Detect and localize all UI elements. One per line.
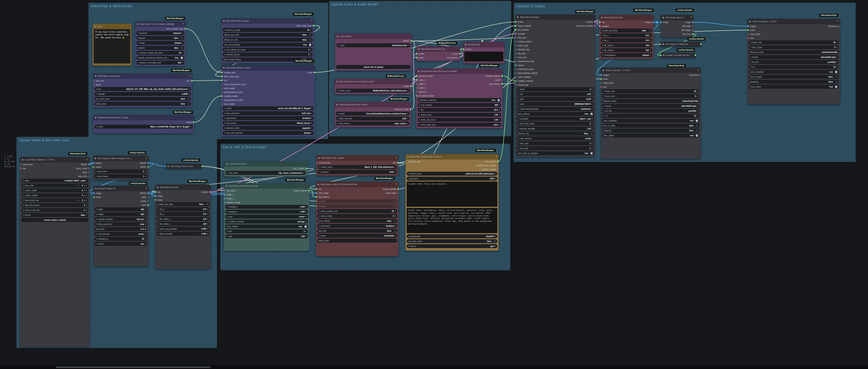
left-arrow-icon[interactable]: ◀ [518, 143, 519, 144]
widget-pingpong[interactable]: pingpongfalse [602, 129, 700, 132]
widget-combine-embeds[interactable]: ◀combine_embedsaverage▶ [225, 220, 308, 223]
left-arrow-icon[interactable]: ◀ [96, 209, 97, 210]
node-header[interactable]: Video Combine🎥ⓋⒽⓈ? [748, 19, 840, 24]
node-header[interactable]: Mel-Band RoFormer Sa... [416, 46, 460, 52]
right-arrow-icon[interactable]: ▶ [495, 178, 496, 179]
output-samples[interactable]: samples [586, 20, 595, 24]
left-arrow-icon[interactable]: ◀ [419, 114, 420, 116]
widget-num-frames[interactable]: ◀num_frames1▶ [94, 174, 148, 178]
widget-multi-audio-type[interactable]: ◀multi_audio_typepara▶ [417, 123, 501, 127]
right-arrow-icon[interactable]: ▶ [499, 114, 500, 116]
port-dot-icon[interactable] [594, 21, 596, 23]
right-arrow-icon[interactable]: ▶ [306, 221, 307, 222]
right-arrow-icon[interactable]: ▶ [592, 143, 593, 144]
toggle-icon[interactable] [695, 124, 698, 127]
input-mask[interactable]: mask [93, 195, 101, 199]
widget-tile-stride-y[interactable]: ◀tile_stride_y128▶ [156, 222, 210, 226]
node-graph-canvas[interactable]: InfiniteTalk & WAN ModelUpload Audio & A… [0, 0, 868, 369]
input-context-options[interactable]: context_options [515, 39, 532, 43]
widget-steps[interactable]: ◀steps4▶ [517, 87, 594, 91]
collapse-dot-icon[interactable] [94, 26, 96, 27]
output-832-height[interactable]: 832 height [681, 28, 693, 32]
left-arrow-icon[interactable]: ◀ [518, 123, 519, 124]
port-dot-icon[interactable] [88, 167, 90, 170]
right-arrow-icon[interactable]: ▶ [592, 148, 593, 149]
input-vae[interactable]: vae [316, 187, 321, 191]
left-arrow-icon[interactable]: ◀ [750, 56, 751, 58]
port-dot-icon[interactable] [747, 25, 749, 27]
widget-rope-function[interactable]: ◀rope_functioncomfy▶ [517, 136, 594, 141]
port-dot-icon[interactable] [410, 109, 411, 110]
left-arrow-icon[interactable]: ◀ [518, 98, 519, 100]
widget-vace-blocks-to-swap[interactable]: ◀vace_blocks_to_swap0▶ [223, 48, 313, 52]
left-arrow-icon[interactable]: ◀ [96, 213, 97, 215]
right-arrow-icon[interactable]: ▶ [311, 113, 312, 114]
widget-video[interactable]: ◀videoComfyUI_00417_.mp4▶ [21, 179, 88, 183]
left-arrow-icon[interactable]: ◀ [408, 178, 409, 179]
left-arrow-icon[interactable]: ◀ [158, 218, 159, 220]
widget-filename-prefix[interactable]: filename_prefixvideo/InfiniteTalk [602, 99, 700, 103]
widget-latent-strength[interactable]: ◀latent_strength1.000▶ [156, 232, 210, 236]
port-dot-icon[interactable] [397, 192, 399, 194]
node-header[interactable]: WanVideo Sampler [515, 14, 595, 20]
widget-trim-to-audio[interactable]: trim_to_audiofalse [602, 124, 700, 128]
port-dot-icon[interactable] [155, 199, 156, 201]
collapse-dot-icon[interactable] [602, 69, 604, 71]
input-mask[interactable]: mask [155, 198, 162, 202]
widget-save-output[interactable]: save_outputtrue [602, 133, 700, 137]
right-arrow-icon[interactable]: ▶ [495, 245, 496, 247]
right-arrow-icon[interactable]: ▶ [145, 223, 146, 225]
collapse-dot-icon[interactable] [465, 44, 466, 45]
left-arrow-icon[interactable]: ◀ [603, 90, 604, 92]
input-extra-model[interactable]: extra_model [221, 86, 235, 90]
left-arrow-icon[interactable]: ◀ [158, 223, 159, 225]
output-video-info[interactable]: video_info [78, 174, 90, 178]
right-arrow-icon[interactable]: ▶ [395, 235, 396, 237]
input-text-embeds[interactable]: text_embeds [515, 28, 529, 32]
right-arrow-icon[interactable]: ▶ [145, 171, 146, 172]
input-start-image[interactable]: start_image [316, 191, 329, 195]
widget-save-output[interactable]: save_outputtrue [749, 85, 839, 89]
left-arrow-icon[interactable]: ◀ [96, 126, 97, 127]
node-header[interactable]: Get Image Size & Cou [165, 164, 203, 168]
widget-blocks-to-swap[interactable]: ◀blocks_to_swap20▶ [223, 28, 313, 32]
widget-tile-y[interactable]: ◀tile_y272▶ [156, 212, 210, 216]
right-arrow-icon[interactable]: ▶ [495, 236, 496, 237]
toggle-icon[interactable] [590, 113, 593, 115]
widget-tile-stride-x[interactable]: ◀tile_stride_x144▶ [600, 43, 652, 47]
right-arrow-icon[interactable]: ▶ [697, 110, 698, 112]
port-dot-icon[interactable] [147, 200, 149, 202]
port-dot-icon[interactable] [221, 87, 223, 89]
widget-model-name[interactable]: ◀model_nameWan2_1_VAE_bf16.safetensors▶ [317, 165, 397, 169]
input-vram-management-args[interactable]: vram_management_args [221, 82, 246, 86]
widget-tile-stride-y[interactable]: ◀tile_stride_y128▶ [600, 48, 652, 52]
right-arrow-icon[interactable]: ▶ [592, 137, 593, 139]
port-dot-icon[interactable] [93, 84, 94, 86]
left-arrow-icon[interactable]: ◀ [226, 211, 227, 212]
collapse-dot-icon[interactable] [601, 17, 603, 19]
input-image[interactable]: image [93, 191, 101, 195]
port-dot-icon[interactable] [221, 103, 223, 105]
widget-save-metadata[interactable]: save_metadatatrue [749, 70, 839, 74]
left-arrow-icon[interactable]: ◀ [23, 185, 24, 186]
input-audio-2[interactable]: audio_2 [416, 82, 426, 86]
widget-enable-vae-tiling[interactable]: enable_vae_tilingfalse [600, 29, 652, 32]
port-dot-icon[interactable] [594, 25, 596, 27]
input-model[interactable]: model [416, 52, 424, 56]
input-fantasytalking-embeds[interactable]: fantasytalking_embeds [515, 71, 538, 75]
widget-base-precision[interactable]: ◀base_precisionfp16▶ [336, 117, 410, 121]
widget-enable-vae-tiling[interactable]: enable_vae_tilingfalse [156, 202, 210, 206]
port-dot-icon[interactable] [515, 76, 517, 78]
toggle-icon[interactable] [181, 57, 183, 59]
right-arrow-icon[interactable]: ▶ [310, 29, 311, 31]
output-port[interactable] [202, 165, 203, 167]
left-arrow-icon[interactable]: ◀ [224, 113, 225, 114]
left-arrow-icon[interactable]: ◀ [226, 236, 227, 237]
right-arrow-icon[interactable]: ▶ [407, 113, 408, 114]
right-arrow-icon[interactable]: ▶ [207, 208, 208, 210]
collapse-dot-icon[interactable] [336, 81, 338, 83]
right-arrow-icon[interactable]: ▶ [306, 211, 307, 212]
input-ref-target-masks[interactable]: ref_target_masks [416, 94, 434, 98]
right-arrow-icon[interactable]: ▶ [311, 132, 312, 134]
right-arrow-icon[interactable]: ▶ [182, 52, 183, 54]
